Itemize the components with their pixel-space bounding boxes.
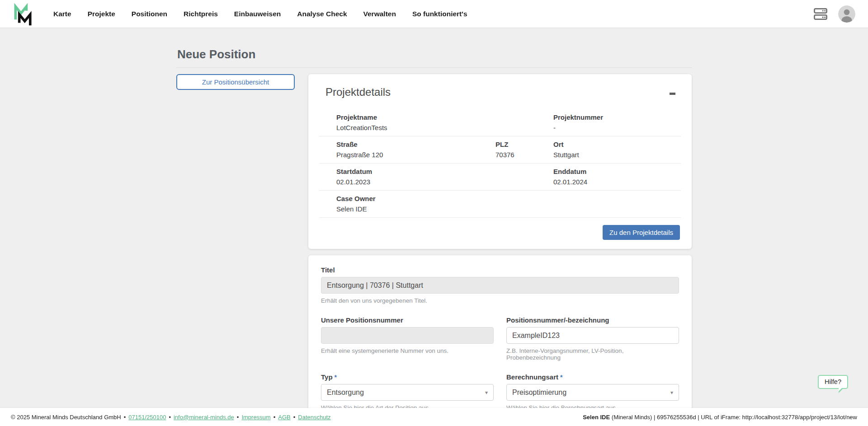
separator: •	[124, 414, 126, 421]
unsere-positionsnummer-input[interactable]	[321, 327, 494, 344]
title-divider	[176, 67, 692, 68]
positionsnummer-label: Positionsnummer/-bezeichnung	[506, 316, 679, 324]
footer: © 2025 Mineral Minds Deutschland GmbH • …	[0, 408, 868, 426]
case-owner-label: Case Owner	[336, 195, 681, 202]
typ-field-group: Typ * Entsorgung ▾ Wählen Sie hier die A…	[321, 373, 494, 411]
separator: •	[274, 414, 276, 421]
projektname-label: Projektname	[336, 113, 536, 121]
nav-item-karte[interactable]: Karte	[45, 0, 80, 28]
titel-helper-text: Erhält den von uns vorgegebenen Titel.	[321, 297, 679, 304]
ort-label: Ort	[553, 140, 681, 148]
berechnungsart-selected-value: Preisoptimierung	[512, 389, 566, 397]
copyright-text: © 2025 Mineral Minds Deutschland GmbH	[11, 414, 121, 421]
help-button[interactable]: Hilfe?	[818, 375, 848, 389]
user-avatar-icon[interactable]	[838, 5, 855, 23]
titel-field-group: Titel Erhält den von uns vorgegebenen Ti…	[321, 266, 679, 304]
new-position-form-card: Titel Erhält den von uns vorgegebenen Ti…	[308, 255, 692, 426]
nav-item-einbauweisen[interactable]: Einbauweisen	[226, 0, 289, 28]
mineral-minds-logo-icon[interactable]	[13, 3, 33, 26]
plz-label: PLZ	[495, 140, 536, 148]
berechnungsart-label: Berechnungsart	[506, 373, 558, 381]
impressum-link[interactable]: Impressum	[241, 414, 270, 421]
help-label: Hilfe?	[825, 378, 841, 385]
titel-input[interactable]	[321, 277, 679, 294]
positionsnummer-field-group: Positionsnummer/-bezeichnung Z.B. Intern…	[506, 316, 679, 361]
unsere-positionsnummer-label: Unsere Positionsnummer	[321, 316, 494, 324]
separator: •	[293, 414, 296, 421]
back-to-positions-button[interactable]: Zur Positionsübersicht	[176, 74, 295, 90]
chevron-down-icon: ▾	[670, 390, 673, 395]
plz-value: 70376	[495, 151, 536, 159]
nav-item-richtpreis[interactable]: Richtpreis	[175, 0, 226, 28]
nav-item-positionen[interactable]: Positionen	[123, 0, 175, 28]
positionsnummer-input[interactable]	[506, 327, 679, 344]
email-link[interactable]: info@mineral-minds.de	[174, 414, 234, 421]
main-nav: Karte Projekte Positionen Richtpreis Ein…	[45, 0, 476, 28]
ort-value: Stuttgart	[553, 151, 681, 159]
top-navigation-bar: Karte Projekte Positionen Richtpreis Ein…	[0, 0, 868, 28]
berechnungsart-field-group: Berechnungsart * Preisoptimierung ▾ Wähl…	[506, 373, 679, 411]
typ-select[interactable]: Entsorgung ▾	[321, 384, 494, 401]
strasse-value: Pragstraße 120	[336, 151, 478, 159]
nav-item-so-funktionierts[interactable]: So funktioniert's	[404, 0, 476, 28]
projektnummer-value: -	[553, 124, 681, 131]
chevron-down-icon: ▾	[485, 390, 488, 395]
required-asterisk: *	[335, 374, 337, 381]
startdatum-label: Startdatum	[336, 168, 536, 175]
enddatum-value: 02.01.2024	[553, 178, 681, 186]
logged-in-user: Selen IDE	[583, 414, 610, 421]
right-column: Projektdetails Projektname LotCreationTe…	[308, 74, 692, 426]
projektnummer-label: Projektnummer	[553, 113, 681, 121]
table-row: Projektname LotCreationTests Projektnumm…	[319, 109, 681, 136]
enddatum-label: Enddatum	[553, 168, 681, 175]
phone-link[interactable]: 07151/250100	[128, 414, 166, 421]
berechnungsart-select[interactable]: Preisoptimierung ▾	[506, 384, 679, 401]
table-row: Case Owner Selen IDE	[319, 191, 681, 218]
main-content: Neue Position Zur Positionsübersicht Pro…	[0, 28, 868, 426]
startdatum-value: 02.01.2023	[336, 178, 536, 186]
nav-item-analyse-check[interactable]: Analyse Check	[289, 0, 355, 28]
nav-item-verwalten[interactable]: Verwalten	[355, 0, 404, 28]
nav-item-projekte[interactable]: Projekte	[80, 0, 123, 28]
agb-link[interactable]: AGB	[278, 414, 290, 421]
case-owner-value: Selen IDE	[336, 205, 681, 213]
project-card-title: Projektdetails	[326, 86, 391, 98]
project-details-card: Projektdetails Projektname LotCreationTe…	[308, 74, 692, 249]
separator: •	[169, 414, 171, 421]
typ-selected-value: Entsorgung	[327, 389, 364, 397]
page-title: Neue Position	[177, 47, 692, 61]
minus-icon	[670, 93, 675, 95]
left-column: Zur Positionsübersicht	[176, 74, 295, 90]
topbar-actions	[813, 5, 855, 23]
required-asterisk: *	[560, 374, 562, 381]
collapse-card-button[interactable]	[666, 88, 678, 99]
titel-label: Titel	[321, 266, 679, 274]
table-row: Straße Pragstraße 120 PLZ 70376 Ort Stut…	[319, 136, 681, 164]
unsere-positionsnummer-helper-text: Erhält eine systemgenerierte Nummer von …	[321, 347, 494, 354]
strasse-label: Straße	[336, 140, 478, 148]
separator: •	[237, 414, 239, 421]
session-info: (Mineral Minds) | 69576255536d | URL of …	[612, 414, 857, 421]
projektname-value: LotCreationTests	[336, 124, 536, 131]
go-to-project-details-button[interactable]: Zu den Projektdetails	[603, 225, 680, 240]
datenschutz-link[interactable]: Datenschutz	[298, 414, 330, 421]
positionsnummer-helper-text: Z.B. Interne-Vorgangsnummer, LV-Position…	[506, 347, 679, 361]
unsere-positionsnummer-field-group: Unsere Positionsnummer Erhält eine syste…	[321, 316, 494, 361]
server-icon[interactable]	[813, 7, 828, 21]
table-row: Startdatum 02.01.2023 Enddatum 02.01.202…	[319, 164, 681, 191]
typ-label: Typ	[321, 373, 333, 381]
